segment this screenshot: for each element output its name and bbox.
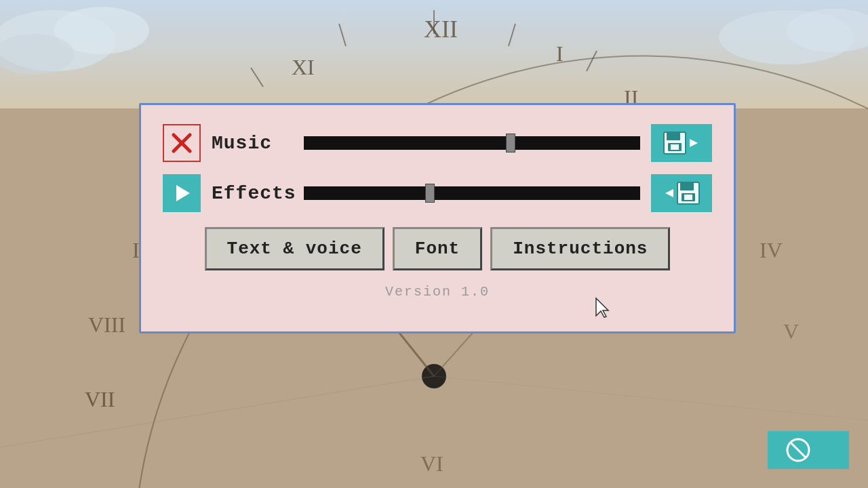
svg-marker-36 [176, 185, 190, 201]
settings-dialog: Music Effects [139, 103, 736, 333]
svg-marker-41 [665, 189, 673, 197]
svg-text:I: I [556, 41, 564, 66]
instructions-button[interactable]: Instructions [490, 227, 670, 270]
font-button[interactable]: Font [393, 227, 482, 270]
music-save-button[interactable] [651, 124, 712, 162]
effects-load-button[interactable] [651, 174, 712, 212]
text-voice-button[interactable]: Text & voice [205, 227, 384, 270]
effects-slider-thumb[interactable] [425, 184, 435, 203]
svg-line-16 [587, 51, 597, 71]
svg-text:VIII: VIII [88, 312, 125, 337]
music-row: Music [163, 124, 712, 162]
music-slider[interactable] [304, 136, 640, 150]
no-icon [785, 436, 832, 464]
svg-marker-35 [690, 139, 698, 147]
svg-text:V: V [783, 319, 799, 344]
version-text: Version 1.0 [163, 284, 712, 300]
svg-text:XI: XI [292, 55, 315, 79]
svg-text:VI: VI [420, 451, 443, 476]
effects-toggle-button[interactable] [163, 174, 201, 212]
x-icon [170, 131, 194, 155]
svg-line-23 [434, 376, 868, 420]
svg-line-43 [790, 442, 806, 458]
music-toggle-button[interactable] [163, 124, 201, 162]
svg-text:XII: XII [424, 16, 458, 43]
bottom-buttons-row: Text & voice Font Instructions [163, 227, 712, 270]
svg-rect-32 [667, 132, 680, 140]
play-icon [170, 181, 194, 205]
corner-no-button[interactable] [768, 431, 849, 469]
svg-line-22 [0, 376, 434, 447]
svg-rect-34 [671, 144, 679, 150]
svg-text:IV: IV [760, 238, 783, 262]
floppy-forward-icon [661, 129, 702, 157]
svg-rect-40 [684, 195, 692, 200]
svg-line-13 [339, 24, 346, 46]
svg-line-15 [251, 68, 263, 87]
svg-line-14 [509, 24, 515, 46]
floppy-back-icon [661, 180, 702, 207]
svg-rect-38 [680, 182, 694, 190]
svg-text:VII: VII [85, 387, 115, 411]
effects-label: Effects [212, 183, 293, 204]
effects-slider[interactable] [304, 186, 640, 200]
music-label: Music [212, 133, 293, 154]
effects-row: Effects [163, 174, 712, 212]
music-slider-thumb[interactable] [506, 134, 515, 152]
